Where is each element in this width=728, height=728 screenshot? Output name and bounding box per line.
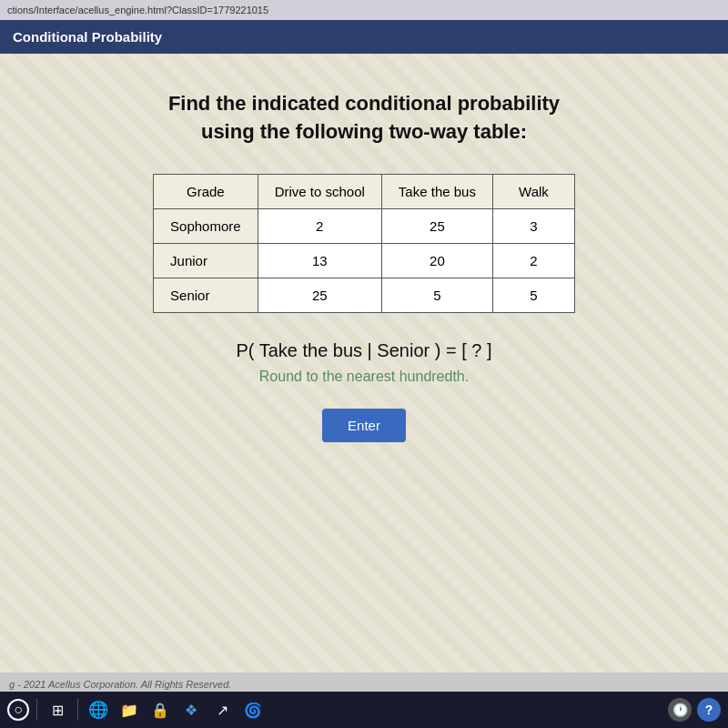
row-senior-walk: 5 (492, 278, 574, 312)
row-sophomore-bus: 25 (381, 208, 492, 243)
col-header-grade: Grade (154, 174, 258, 208)
row-junior-bus: 20 (381, 243, 492, 278)
row-senior-bus: 5 (381, 278, 492, 312)
row-sophomore-drive: 2 (258, 208, 381, 243)
taskbar-divider-2 (77, 699, 78, 721)
taskbar-help-icon[interactable]: ? (697, 698, 721, 722)
row-senior-grade: Senior (154, 278, 258, 312)
taskbar-right: 🕐 ? (668, 698, 721, 722)
row-junior-grade: Junior (154, 243, 258, 278)
col-header-walk: Walk (492, 174, 574, 208)
taskbar-lock-icon[interactable]: 🔒 (147, 697, 173, 723)
row-junior-drive: 13 (258, 243, 381, 278)
probability-table: Grade Drive to school Take the bus Walk … (153, 174, 575, 313)
url-text: ctions/Interface/acellus_engine.html?Cla… (7, 5, 268, 15)
page-title: Conditional Probability (13, 29, 162, 45)
address-bar: ctions/Interface/acellus_engine.html?Cla… (0, 0, 728, 20)
title-bar: Conditional Probability (0, 20, 728, 54)
taskbar-edge-icon[interactable]: 🌐 (86, 697, 111, 723)
row-sophomore-walk: 3 (492, 208, 574, 243)
round-hint: Round to the nearest hundredth. (259, 369, 469, 385)
taskbar-start-icon[interactable]: ○ (7, 699, 29, 721)
main-content: Find the indicated conditional probabili… (0, 54, 728, 672)
taskbar-windows-icon[interactable]: ⊞ (45, 697, 70, 723)
taskbar-divider (36, 699, 37, 721)
taskbar-arrow-icon[interactable]: ↗ (209, 697, 235, 723)
row-sophomore-grade: Sophomore (154, 208, 258, 243)
row-senior-drive: 25 (258, 278, 381, 312)
probability-equation: P( Take the bus | Senior ) = [ ? ] (236, 340, 491, 361)
col-header-bus: Take the bus (381, 174, 492, 208)
enter-button[interactable]: Enter (322, 409, 406, 442)
taskbar-dropbox-icon[interactable]: ❖ (178, 697, 204, 723)
taskbar-clock-icon[interactable]: 🕐 (668, 698, 692, 722)
taskbar: ○ ⊞ 🌐 📁 🔒 ❖ ↗ 🌀 🕐 ? (0, 692, 728, 728)
taskbar-swirl-icon[interactable]: 🌀 (240, 697, 266, 723)
table-row: Sophomore 2 25 3 (154, 208, 575, 243)
table-row: Junior 13 20 2 (154, 243, 575, 278)
col-header-drive: Drive to school (258, 174, 381, 208)
footer-copyright: g - 2021 Acellus Corporation. All Rights… (9, 679, 231, 690)
table-row: Senior 25 5 5 (154, 278, 575, 312)
row-junior-walk: 2 (492, 243, 574, 278)
question-title: Find the indicated conditional probabili… (168, 90, 560, 147)
taskbar-folder-icon[interactable]: 📁 (116, 697, 142, 723)
